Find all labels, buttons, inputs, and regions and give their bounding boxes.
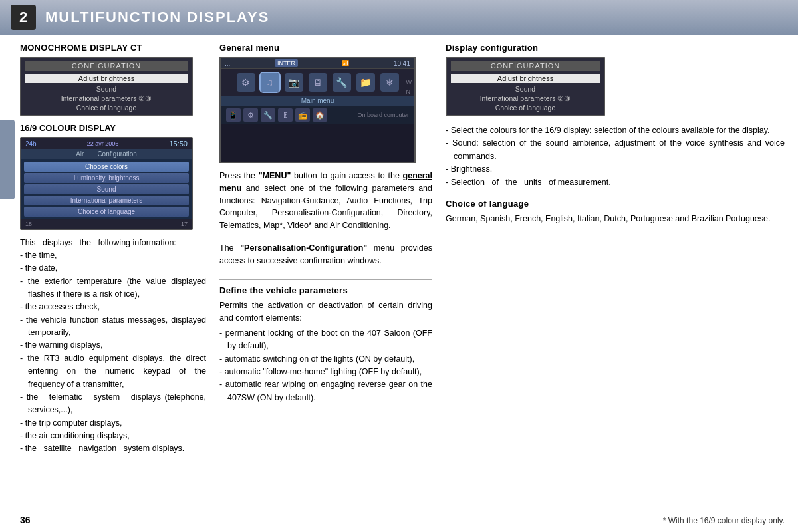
config-item-sound: Sound xyxy=(25,84,188,94)
define-title: Define the vehicle parameters xyxy=(219,285,432,295)
bullet-warning: the warning displays, xyxy=(20,339,206,352)
page-number: 36 xyxy=(20,515,31,525)
gm-inter-badge: INTER xyxy=(275,59,298,67)
colour-screen-menu: Choose colors Luminosity, brightness Sou… xyxy=(21,159,192,219)
divider xyxy=(219,279,432,280)
gm-bottom-row: 📱 ⚙ 🔧 🎚 📻 🏠 On board computer xyxy=(221,106,414,124)
colour-screen-bottom-left: 18 xyxy=(25,221,32,227)
footnote: * With the 16/9 colour display only. xyxy=(663,516,785,525)
display-config-title: Display configuration xyxy=(446,43,785,53)
right-config-lang: Choice of language xyxy=(451,103,600,112)
menu-item-intl-params: International parameters xyxy=(24,196,189,205)
general-menu-title: General menu xyxy=(219,43,432,53)
gm-btn-3: 🔧 xyxy=(261,108,275,122)
gm-icon-nav: ⚙ xyxy=(237,73,255,92)
gm-icon-dir: 📁 xyxy=(356,73,375,92)
bullet-vehicle-func: the vehicle function status messages, di… xyxy=(20,314,206,340)
define-bullet-lights: automatic switching on of the lights (ON… xyxy=(219,353,432,366)
right-bullet-list: Select the colours for the 16/9 display:… xyxy=(446,124,785,189)
gm-icon-personal: 🔧 xyxy=(332,73,351,92)
menu-item-lang: Choice of language xyxy=(24,207,189,217)
colour-screen-top-bar: 24b 22 avr 2006 15:50 xyxy=(21,138,192,149)
gm-icon-phone: 📷 xyxy=(285,73,303,92)
left-body-intro: This displays the following information: xyxy=(20,237,206,249)
config-item-selected: Adjust brightness xyxy=(25,74,188,83)
config-item-lang: Choice of language xyxy=(25,103,188,112)
config-screen-title: CONFIGURATION xyxy=(25,61,188,71)
gm-icon-audio: ♫ xyxy=(261,73,279,92)
define-bullet-list: permanent locking of the boot on the 407… xyxy=(219,327,432,404)
gm-btn-4: 🎚 xyxy=(278,108,293,122)
right-config-intl: International parameters ②③ xyxy=(451,94,600,103)
right-config-selected: Adjust brightness xyxy=(451,74,600,83)
gm-btn-1: 📱 xyxy=(226,108,241,122)
mid-body1: Press the "MENU" button to gain access t… xyxy=(219,170,432,232)
right-config-title: CONFIGURATION xyxy=(451,61,600,71)
general-menu-screen: ... INTER 📶 10 41 ⚙ ♫ 📷 🖥 🔧 📁 ❄ Main men… xyxy=(219,57,416,163)
general-menu-text: general menu xyxy=(219,171,432,193)
bullet-rt3: the RT3 audio equipment displays, the di… xyxy=(20,352,206,391)
personalisation-bold: "Personalisation-Configuration" xyxy=(240,243,367,253)
gm-time: 10 41 xyxy=(394,60,410,67)
colour-screen-odo: 24b xyxy=(25,140,37,148)
define-bullet-boot: permanent locking of the boot on the 407… xyxy=(219,327,432,353)
menu-item-luminosity: Luminosity, brightness xyxy=(24,173,189,183)
bullet-satellite: the satellite navigation system displays… xyxy=(20,442,206,455)
mono-config-screen: CONFIGURATION Adjust brightness Sound In… xyxy=(20,57,193,116)
colour-display-title: 16/9 COLOUR DISPLAY xyxy=(20,123,206,133)
bullet-time: the time, xyxy=(20,249,206,262)
gm-btn-5: 📻 xyxy=(295,108,310,122)
define-bullet-wiping: automatic rear wiping on engaging revers… xyxy=(219,378,432,404)
right-bullet-brightness: Brightness. xyxy=(446,163,785,176)
left-column: MONOCHROME DISPLAY CT CONFIGURATION Adju… xyxy=(20,43,206,513)
right-config-screen: CONFIGURATION Adjust brightness Sound In… xyxy=(446,57,605,116)
menu-bold: "MENU" xyxy=(259,171,291,180)
config-item-intl: International parameters ②③ xyxy=(25,94,188,103)
right-bullet-sound: Sound: selection of the sound ambience, … xyxy=(446,137,785,163)
bullet-telematic: the telematic system displays (telephone… xyxy=(20,391,206,417)
colour-screen-config-label: Configuration xyxy=(97,150,136,158)
gm-main-menu-label: Main menu xyxy=(221,96,414,106)
right-config-sound: Sound xyxy=(451,84,600,94)
gm-top-bar: ... INTER 📶 10 41 xyxy=(221,58,414,69)
bullet-access: the accesses check, xyxy=(20,301,206,313)
colour-screen-bottom-right: 17 xyxy=(181,221,188,227)
bullet-trip: the trip computer displays, xyxy=(20,417,206,430)
right-bullet-units: Selection of the units of measurement. xyxy=(446,176,785,189)
define-body: Permits the activation or deactivation o… xyxy=(219,299,432,325)
bullet-temp: the exterior temperature (the value disp… xyxy=(20,275,206,301)
gm-label-on-board: On board computer xyxy=(357,112,409,118)
gm-icon-row: ⚙ ♫ 📷 🖥 🔧 📁 ❄ xyxy=(221,69,414,96)
left-bullet-list: the time, the date, the exterior tempera… xyxy=(20,249,206,456)
mid-body2: The "Personalisation-Configuration" menu… xyxy=(219,242,432,267)
gm-btn-2: ⚙ xyxy=(243,108,258,122)
gm-top-left: ... xyxy=(225,60,230,67)
mono-display-title: MONOCHROME DISPLAY CT xyxy=(20,43,206,53)
colour-screen-mid-bar: Air Configuration xyxy=(21,149,192,159)
menu-item-choose-colors: Choose colors xyxy=(24,162,189,172)
colour-screen-bottom-bar: 18 17 xyxy=(21,219,192,229)
right-bullet-colours: Select the colours for the 16/9 display:… xyxy=(446,124,785,137)
gm-side-letters: WN xyxy=(406,78,412,97)
colour-display-screen: 24b 22 avr 2006 15:50 Air Configuration … xyxy=(20,137,193,230)
page-header: 2 MULTIFUNCTION DISPLAYS xyxy=(0,0,798,35)
colour-screen-air-label: Air xyxy=(76,150,84,158)
gm-btn-6: 🏠 xyxy=(313,108,327,122)
define-bullet-follow: automatic "follow-me-home" lighting (OFF… xyxy=(219,366,432,378)
side-tab xyxy=(0,120,15,200)
language-body: German, Spanish, French, English, Italia… xyxy=(446,213,785,225)
chapter-title: MULTIFUNCTION DISPLAYS xyxy=(45,9,269,26)
gm-signal: 📶 xyxy=(342,60,349,66)
bullet-aircon: the air conditioning displays, xyxy=(20,430,206,442)
middle-column: General menu ... INTER 📶 10 41 ⚙ ♫ 📷 🖥 🔧… xyxy=(219,43,432,513)
right-column: Display configuration CONFIGURATION Adju… xyxy=(446,43,785,513)
colour-screen-time: 15:50 xyxy=(169,140,188,148)
language-title: Choice of language xyxy=(446,199,785,209)
chapter-number: 2 xyxy=(11,5,36,30)
main-content: MONOCHROME DISPLAY CT CONFIGURATION Adju… xyxy=(0,35,798,520)
menu-item-sound: Sound xyxy=(24,184,189,194)
colour-screen-date: 22 avr 2006 xyxy=(87,140,119,147)
bullet-date: the date, xyxy=(20,262,206,275)
gm-icon-aircon: ❄ xyxy=(380,73,399,92)
gm-icon-trip: 🖥 xyxy=(309,73,327,92)
